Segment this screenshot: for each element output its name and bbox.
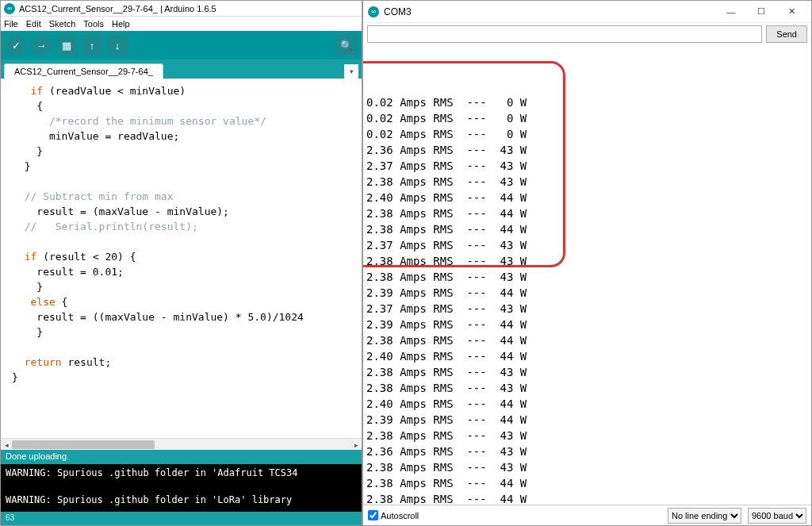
ide-toolbar: ✓ → ▦ ↑ ↓ 🔍 xyxy=(1,31,362,60)
close-button[interactable]: ✕ xyxy=(776,2,806,22)
tab-strip: ACS12_Current_Sensor__29-7-64_ ▾ xyxy=(1,60,362,79)
tab-menu-button[interactable]: ▾ xyxy=(344,64,358,79)
ide-menubar: File Edit Sketch Tools Help xyxy=(1,17,362,31)
ide-titlebar[interactable]: ∞ ACS12_Current_Sensor__29-7-64_ | Ardui… xyxy=(1,1,362,17)
minimize-button[interactable]: — xyxy=(716,2,746,22)
ide-status-bar: Done uploading. xyxy=(1,450,362,464)
sketch-tab[interactable]: ACS12_Current_Sensor__29-7-64_ xyxy=(4,63,163,79)
save-button[interactable]: ↓ xyxy=(107,35,128,56)
scroll-left-arrow[interactable]: ◂ xyxy=(1,439,12,451)
autoscroll-checkbox-label[interactable]: Autoscroll xyxy=(368,510,419,520)
serial-titlebar[interactable]: ∞ COM3 — ☐ ✕ xyxy=(363,1,811,23)
open-button[interactable]: ↑ xyxy=(82,35,102,56)
ide-window-title: ACS12_Current_Sensor__29-7-64_ | Arduino… xyxy=(19,4,216,13)
menu-sketch[interactable]: Sketch xyxy=(49,19,76,29)
scroll-thumb[interactable] xyxy=(12,440,155,449)
scroll-right-arrow[interactable]: ▸ xyxy=(350,439,362,451)
baud-select[interactable]: 9600 baud xyxy=(748,508,806,524)
ide-console[interactable]: WARNING: Spurious .github folder in 'Ada… xyxy=(1,464,362,512)
serial-window-title: COM3 xyxy=(384,6,412,17)
menu-tools[interactable]: Tools xyxy=(83,19,104,29)
menu-edit[interactable]: Edit xyxy=(26,19,41,29)
menu-file[interactable]: File xyxy=(4,19,18,29)
serial-input[interactable] xyxy=(367,25,762,43)
arduino-ide-window: ∞ ACS12_Current_Sensor__29-7-64_ | Ardui… xyxy=(0,0,362,526)
arduino-logo-icon: ∞ xyxy=(368,6,379,17)
new-button[interactable]: ▦ xyxy=(56,35,77,56)
ide-footer: 63 xyxy=(1,512,362,525)
send-button[interactable]: Send xyxy=(766,25,807,43)
autoscroll-label: Autoscroll xyxy=(381,511,419,520)
upload-button[interactable]: → xyxy=(31,35,52,56)
menu-help[interactable]: Help xyxy=(112,19,130,29)
serial-bottom-bar: Autoscroll No line ending 9600 baud xyxy=(363,505,811,525)
line-ending-select[interactable]: No line ending xyxy=(668,508,741,524)
horizontal-scrollbar[interactable]: ◂ ▸ xyxy=(1,438,362,450)
serial-output[interactable]: 0.02 Amps RMS --- 0 W 0.02 Amps RMS --- … xyxy=(363,45,811,505)
code-editor[interactable]: if (readValue < minValue) { /*record the… xyxy=(1,79,362,438)
serial-input-row: Send xyxy=(363,23,811,45)
serial-monitor-button[interactable]: 🔍 xyxy=(336,35,357,56)
serial-monitor-window: ∞ COM3 — ☐ ✕ Send 0.02 Amps RMS --- 0 W … xyxy=(362,0,812,526)
maximize-button[interactable]: ☐ xyxy=(746,2,776,22)
autoscroll-checkbox[interactable] xyxy=(368,510,378,520)
arduino-logo-icon: ∞ xyxy=(4,3,15,14)
verify-button[interactable]: ✓ xyxy=(6,35,26,56)
